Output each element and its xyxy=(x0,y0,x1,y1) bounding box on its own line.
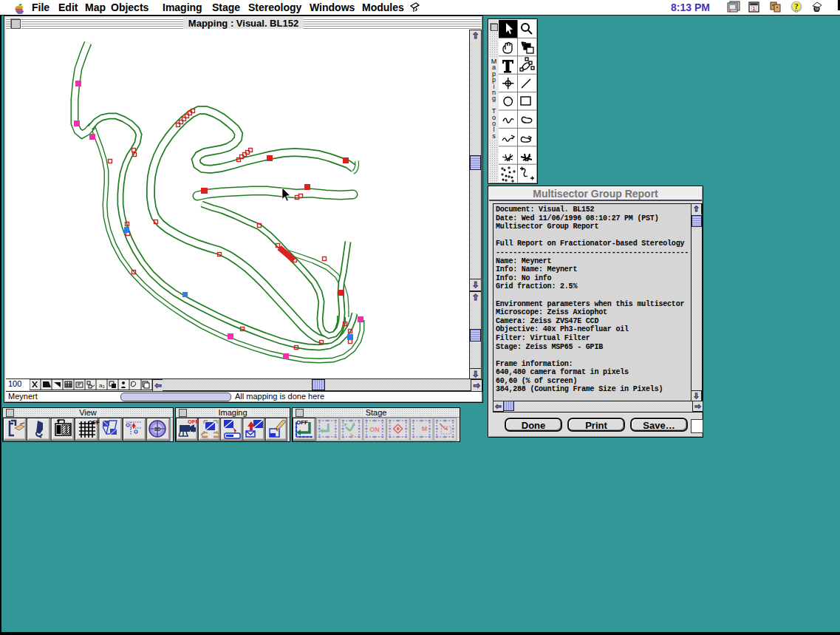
svg-text:a₃: a₃ xyxy=(99,382,105,389)
svg-text:OFF: OFF xyxy=(188,418,199,425)
svg-text:OFF: OFF xyxy=(88,419,100,426)
svg-text:ON: ON xyxy=(369,426,380,433)
svg-text:M: M xyxy=(422,425,428,432)
svg-text:1: 1 xyxy=(753,6,756,11)
svg-text:OFF: OFF xyxy=(296,419,308,426)
svg-text:3D: 3D xyxy=(154,427,161,432)
svg-text:?: ? xyxy=(794,1,799,10)
